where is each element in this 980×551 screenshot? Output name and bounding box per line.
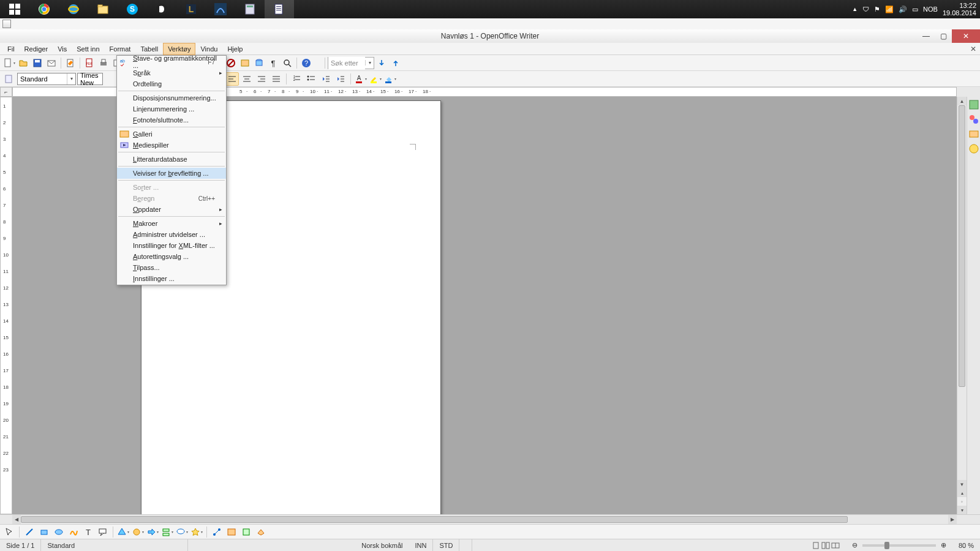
gallery-button[interactable]	[238, 56, 252, 70]
view-buttons[interactable]	[805, 539, 846, 551]
prev-page-button[interactable]: ▴	[957, 489, 967, 497]
new-button[interactable]	[2, 56, 16, 70]
menu-item[interactable]: Innstillinger for XML-filter ...	[117, 240, 226, 251]
task-ie[interactable]	[59, 0, 88, 18]
next-page-button[interactable]: ▾	[957, 506, 967, 514]
menu-item[interactable]: Linjenummerering ...	[117, 103, 226, 114]
maximize-button[interactable]: ▢	[935, 29, 952, 43]
status-insert[interactable]: INN	[409, 539, 433, 551]
minimize-button[interactable]: —	[918, 29, 935, 43]
print-button[interactable]	[97, 56, 110, 70]
open-button[interactable]	[17, 56, 30, 70]
callout-shapes-tool[interactable]	[175, 525, 189, 539]
menu-item[interactable]: Galleri	[117, 129, 226, 140]
points-tool[interactable]	[210, 525, 224, 539]
symbol-shapes-tool[interactable]	[131, 525, 145, 539]
edit-doc-button[interactable]	[64, 56, 77, 70]
nonprinting-button[interactable]: ¶	[266, 56, 280, 70]
close-document-button[interactable]: ✕	[970, 45, 976, 53]
menu-vindu[interactable]: Vindu	[195, 43, 222, 55]
menu-item[interactable]: Litteraturdatabase	[117, 154, 226, 165]
datasources-button[interactable]	[252, 56, 266, 70]
zoom-slider[interactable]	[862, 544, 936, 547]
numbered-list-button[interactable]: 12	[290, 72, 303, 86]
menu-item[interactable]: Autorettingsvalg ...	[117, 251, 226, 262]
callout-tool[interactable]	[96, 525, 110, 539]
line-tool[interactable]	[23, 525, 36, 539]
menu-rediger[interactable]: Rediger	[20, 43, 53, 55]
sidebar-gallery-icon[interactable]	[968, 129, 979, 140]
task-chrome[interactable]	[29, 0, 59, 18]
rectangle-tool[interactable]	[37, 525, 51, 539]
increase-indent-button[interactable]	[334, 72, 347, 86]
zoom-in-icon[interactable]: ⊕	[941, 541, 946, 549]
sidebar-styles-icon[interactable]	[968, 114, 979, 125]
task-app-swirl[interactable]	[206, 0, 235, 18]
tray-network-icon[interactable]: 📶	[885, 6, 894, 13]
tray-battery-icon[interactable]: ▭	[912, 6, 918, 13]
search-input[interactable]: Søk etter	[328, 57, 365, 69]
basic-shapes-tool[interactable]	[116, 525, 130, 539]
search-down-button[interactable]	[375, 56, 388, 70]
start-button[interactable]	[0, 0, 29, 18]
search-field[interactable]: Søk etter ▾	[328, 57, 374, 69]
task-explorer[interactable]	[88, 0, 118, 18]
freeform-tool[interactable]	[67, 525, 80, 539]
flowchart-tool[interactable]	[160, 525, 174, 539]
font-name-combo[interactable]: Times New	[77, 73, 103, 85]
styles-window-button[interactable]	[2, 72, 16, 86]
menu-item[interactable]: abStave- og grammatikkontroll ...F7	[117, 56, 226, 67]
decrease-indent-button[interactable]	[319, 72, 333, 86]
task-calc[interactable]	[235, 0, 265, 18]
menu-item[interactable]: Veiviser for brevfletting ...	[117, 168, 226, 179]
menu-item[interactable]: Makroer▸	[117, 218, 226, 229]
bullet-list-button[interactable]	[304, 72, 318, 86]
extrusion-tool[interactable]	[254, 525, 268, 539]
close-button[interactable]: ✕	[952, 29, 980, 43]
tray-chevron-icon[interactable]: ▲	[852, 6, 858, 12]
hscroll-thumb[interactable]	[21, 516, 848, 523]
tray-volume-icon[interactable]: 🔊	[899, 6, 907, 13]
menu-settinn[interactable]: Sett inn	[72, 43, 104, 55]
menu-item[interactable]: Innstillinger ...	[117, 273, 226, 284]
clock[interactable]: 13:22 19.08.2014	[943, 2, 976, 17]
zoom-button[interactable]	[281, 56, 294, 70]
view-multi-icon[interactable]	[821, 541, 830, 550]
title-bar[interactable]: Navnløs 1 - OpenOffice Writer — ▢ ✕	[0, 29, 980, 43]
email-button[interactable]	[45, 56, 58, 70]
vertical-ruler[interactable]: 1234567891011121314151617181920212223	[0, 97, 12, 514]
align-left-button[interactable]	[225, 72, 239, 86]
menu-verktoy[interactable]: Verktøy	[163, 43, 195, 55]
menu-tabell[interactable]: Tabell	[135, 43, 163, 55]
align-right-button[interactable]	[255, 72, 268, 86]
task-lol[interactable]: L	[176, 0, 206, 18]
stars-tool[interactable]	[190, 525, 203, 539]
menu-item[interactable]: Mediespiller	[117, 140, 226, 151]
task-writer[interactable]	[265, 0, 294, 18]
view-single-icon[interactable]	[812, 541, 820, 550]
task-skype[interactable]: S	[118, 0, 147, 18]
export-pdf-button[interactable]: PDF	[83, 56, 96, 70]
horizontal-scrollbar[interactable]: ◀ ▶	[12, 515, 957, 524]
vertical-scrollbar[interactable]: ▲ ▼ ▴ ◦ ▾	[957, 97, 967, 514]
ellipse-tool[interactable]	[52, 525, 66, 539]
menu-item[interactable]: Disposisjonsnummerering...	[117, 92, 226, 103]
tray-shield-icon[interactable]: 🛡	[862, 6, 869, 13]
tray-flag-icon[interactable]: ⚑	[874, 6, 880, 13]
status-language[interactable]: Norsk bokmål	[188, 539, 409, 551]
zoom-control[interactable]: ⊖ ⊕	[846, 539, 952, 551]
menu-vis[interactable]: Vis	[53, 43, 72, 55]
background-color-button[interactable]	[383, 72, 397, 86]
language-indicator[interactable]: NOB	[923, 6, 938, 13]
sidebar-navigator-icon[interactable]	[968, 143, 979, 154]
zoom-out-icon[interactable]: ⊖	[852, 541, 858, 549]
font-color-button[interactable]: A	[354, 72, 368, 86]
scroll-down-button[interactable]: ▼	[957, 480, 967, 489]
search-up-button[interactable]	[389, 56, 402, 70]
menu-item[interactable]: Ordtelling	[117, 78, 226, 89]
status-style[interactable]: Standard	[41, 539, 188, 551]
menu-item[interactable]: Administrer utvidelser ...	[117, 229, 226, 240]
from-file-tool[interactable]	[239, 525, 253, 539]
task-app-b[interactable]	[147, 0, 176, 18]
paragraph-style-combo[interactable]: Standard▾	[17, 73, 76, 85]
